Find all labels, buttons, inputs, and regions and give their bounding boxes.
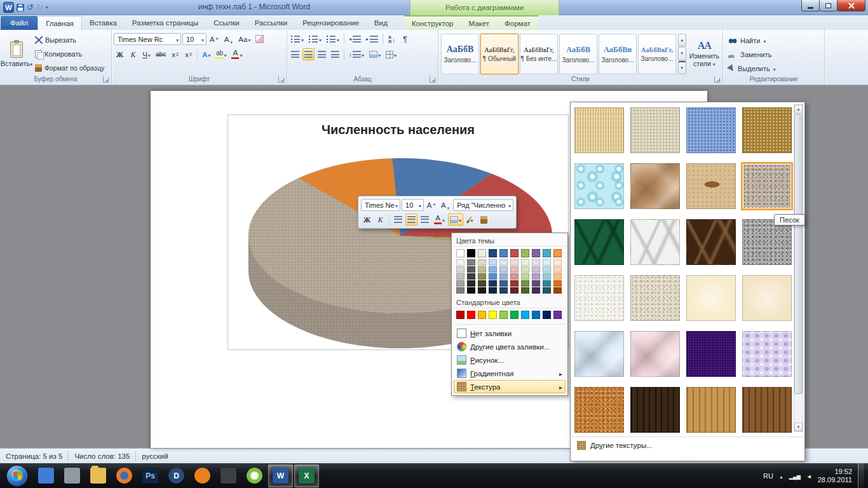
more-fill-colors-item[interactable]: Другие цвета заливки... (454, 340, 566, 353)
theme-variant-swatch[interactable] (553, 280, 562, 287)
texture-swatch-16[interactable] (742, 275, 792, 321)
standard-color-swatch[interactable] (510, 311, 519, 319)
standard-color-swatch[interactable] (467, 311, 475, 319)
shrink-font-button[interactable]: А (222, 33, 236, 45)
maximize-button[interactable] (819, 0, 837, 11)
tab-references[interactable]: Ссылки (206, 16, 247, 30)
theme-variant-swatch[interactable] (543, 287, 551, 294)
scrollbar-thumb[interactable] (794, 114, 803, 394)
mini-font-size-select[interactable]: 10 (402, 199, 424, 211)
texture-swatch-7[interactable] (686, 163, 736, 209)
theme-variant-swatch[interactable] (553, 273, 562, 280)
highlight-color-button[interactable]: ab (214, 48, 228, 60)
theme-color-swatch[interactable] (532, 249, 540, 257)
theme-variant-swatch[interactable] (489, 259, 497, 266)
theme-variant-swatch[interactable] (543, 259, 551, 266)
mini-align-left-button[interactable] (392, 214, 404, 226)
sort-button[interactable]: АЯ (386, 33, 398, 45)
taskbar-word-button[interactable]: W (268, 464, 293, 487)
taskbar-media-player-button[interactable] (216, 464, 241, 487)
standard-color-swatch[interactable] (543, 311, 551, 319)
taskbar-daemon-tools-button[interactable]: D (164, 464, 189, 487)
texture-swatch-3[interactable] (686, 107, 736, 153)
save-button[interactable] (17, 4, 24, 11)
cut-button[interactable]: Вырезать (32, 33, 107, 46)
theme-variant-swatch[interactable] (543, 273, 551, 280)
taskbar-firefox-button[interactable] (112, 464, 137, 487)
tab-mailings[interactable]: Рассылки (247, 16, 295, 30)
texture-swatch-17[interactable] (574, 331, 624, 377)
clear-formatting-button[interactable] (254, 33, 266, 45)
theme-color-swatch[interactable] (543, 249, 551, 257)
minimize-button[interactable] (801, 0, 820, 11)
line-spacing-button[interactable] (347, 48, 366, 60)
texture-gallery-scrollbar[interactable]: ▲ ▼ (794, 104, 803, 432)
theme-variant-swatch[interactable] (478, 280, 486, 287)
theme-variant-swatch[interactable] (543, 280, 551, 287)
redo-button[interactable]: ↻ (36, 3, 43, 11)
taskbar-photoshop-button[interactable]: Ps (138, 464, 163, 487)
borders-button[interactable] (384, 48, 398, 60)
picture-fill-item[interactable]: Рисунок... (454, 353, 566, 367)
theme-color-swatch[interactable] (499, 249, 508, 257)
style-chip-2[interactable]: АаБбВвГг,¶ Без инте... (520, 34, 558, 74)
texture-swatch-23[interactable] (686, 387, 736, 433)
find-button[interactable]: Найти (725, 34, 822, 47)
theme-variant-swatch[interactable] (521, 287, 529, 294)
close-button[interactable] (837, 0, 865, 11)
subscript-button[interactable]: х2 (169, 48, 181, 60)
theme-variant-swatch[interactable] (478, 259, 486, 266)
style-chip-3[interactable]: АаБбВЗаголово... (559, 34, 597, 74)
theme-variant-swatch[interactable] (456, 280, 465, 287)
gallery-resize-handle[interactable] (571, 455, 804, 461)
theme-variant-swatch[interactable] (456, 287, 465, 294)
underline-button[interactable]: Ч (140, 48, 153, 60)
texture-swatch-10[interactable] (630, 219, 680, 265)
shading-button[interactable] (367, 48, 383, 60)
volume-icon[interactable] (806, 472, 812, 480)
font-dialog-launcher[interactable] (278, 76, 285, 83)
style-chip-1[interactable]: АаБбВвГг,¶ Обычный (480, 34, 519, 74)
style-gallery-more-button[interactable]: ▼ (678, 61, 686, 74)
texture-swatch-9[interactable] (574, 219, 624, 265)
mini-shape-fill-button[interactable] (448, 214, 463, 226)
theme-variant-swatch[interactable] (510, 280, 519, 287)
tab-home[interactable]: Главная (37, 16, 82, 30)
theme-variant-swatch[interactable] (499, 266, 508, 273)
theme-variant-swatch[interactable] (532, 287, 540, 294)
theme-variant-swatch[interactable] (456, 273, 465, 280)
clock[interactable]: 19:52 28.09.2011 (818, 468, 852, 484)
tab-file[interactable]: Файл (1, 16, 37, 30)
font-size-select[interactable]: 10 (182, 33, 207, 45)
mini-grow-font-button[interactable]: А (425, 199, 438, 211)
tab-view[interactable]: Вид (367, 16, 395, 30)
taskbar-icq-button[interactable] (242, 464, 267, 487)
language-indicator[interactable]: русский (136, 449, 173, 463)
texture-swatch-22[interactable] (630, 387, 680, 433)
show-paragraph-marks-button[interactable]: ¶ (399, 33, 411, 45)
standard-color-swatch[interactable] (456, 311, 465, 319)
change-case-button[interactable]: Аа (236, 33, 252, 45)
align-left-button[interactable] (289, 48, 301, 60)
hidden-icons-button[interactable] (779, 472, 783, 480)
strikethrough-button[interactable]: abc (154, 48, 168, 60)
texture-swatch-11[interactable] (686, 219, 736, 265)
bullet-list-button[interactable] (289, 33, 306, 45)
theme-variant-swatch[interactable] (510, 287, 519, 294)
tab-chart-format[interactable]: Формат (497, 17, 538, 30)
text-effects-button[interactable]: А (200, 48, 212, 60)
theme-variant-swatch[interactable] (521, 280, 529, 287)
taskbar-app-blue-button[interactable] (34, 464, 58, 487)
theme-variant-swatch[interactable] (521, 259, 529, 266)
network-icon[interactable] (789, 472, 801, 480)
taskbar-excel-button[interactable]: X (294, 464, 319, 487)
paragraph-dialog-launcher[interactable] (430, 76, 436, 83)
texture-swatch-6[interactable] (630, 163, 680, 209)
theme-variant-swatch[interactable] (510, 266, 519, 273)
decrease-indent-button[interactable] (347, 33, 363, 45)
select-button[interactable]: Выделить (725, 62, 822, 75)
texture-swatch-21[interactable] (574, 387, 624, 433)
word-logo-icon[interactable]: W (3, 2, 14, 13)
standard-color-swatch[interactable] (532, 311, 540, 319)
theme-variant-swatch[interactable] (510, 259, 519, 266)
